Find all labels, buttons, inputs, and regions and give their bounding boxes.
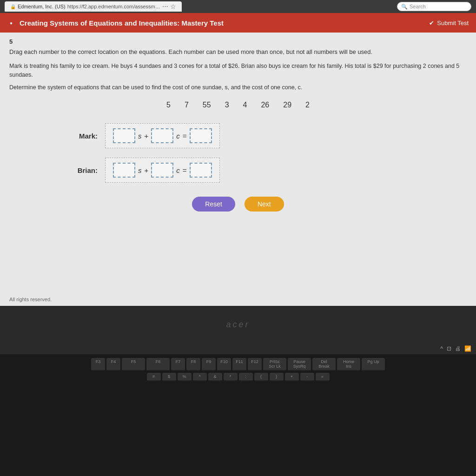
key-f7[interactable]: F7 xyxy=(171,358,185,371)
drag-number-5[interactable]: 5 xyxy=(166,101,171,109)
key-f8[interactable]: F8 xyxy=(186,358,200,371)
drag-number-4[interactable]: 4 xyxy=(243,101,247,109)
submit-check-icon: ✔ xyxy=(429,20,434,26)
symbol-key-row: # $ % ^ & * : ( ) + - = xyxy=(4,373,472,381)
key-pgup[interactable]: Pg Up xyxy=(362,358,385,371)
header-left: ● Creating Systems of Equations and Ineq… xyxy=(7,19,224,27)
taskbar-arrow-icon: ^ xyxy=(440,345,443,352)
mark-plus: + xyxy=(145,132,149,140)
browser-bar: 🔒 Edmentum, Inc. (US) https://f2.app.edm… xyxy=(0,0,476,13)
mark-drop-box-2[interactable] xyxy=(151,128,173,143)
key-asterisk[interactable]: * xyxy=(224,373,238,381)
taskbar-display-icon: ⊡ xyxy=(447,345,451,352)
key-f12[interactable]: F12 xyxy=(248,358,262,371)
app-header: ● Creating Systems of Equations and Ineq… xyxy=(0,13,476,33)
brian-equals: = xyxy=(183,166,187,174)
mark-equation-row: Mark: s + c = xyxy=(65,123,220,148)
submit-test-button[interactable]: ✔ Submit Test xyxy=(429,20,469,26)
mark-label: Mark: xyxy=(65,132,98,140)
brian-equation-row: Brian: s + c = xyxy=(65,158,220,183)
site-name: Edmentum, Inc. (US) xyxy=(18,4,66,9)
key-minus[interactable]: - xyxy=(300,373,314,381)
taskbar: ^ ⊡ 🖨 📶 xyxy=(0,343,476,354)
brian-equation-wrapper: s + c = xyxy=(105,158,220,183)
brian-plus: + xyxy=(145,166,149,174)
key-equals[interactable]: = xyxy=(316,373,330,381)
brian-drop-box-3[interactable] xyxy=(190,163,212,178)
reset-button[interactable]: Reset xyxy=(192,197,235,212)
key-prtsc[interactable]: PrtScScr Lk xyxy=(263,358,286,371)
key-dollar[interactable]: $ xyxy=(162,373,176,381)
keyboard-area: F3 F4 F5 F6 F7 F8 F9 F10 F11 F12 PrtScSc… xyxy=(0,354,476,424)
key-f11[interactable]: F11 xyxy=(232,358,246,371)
mark-c-var: c xyxy=(176,132,180,140)
question-number: 5 xyxy=(9,38,467,45)
key-plus[interactable]: + xyxy=(285,373,299,381)
key-f6[interactable]: F6 xyxy=(146,358,170,371)
search-label: Search xyxy=(410,4,426,9)
key-f4[interactable]: F4 xyxy=(106,358,120,371)
mark-equals: = xyxy=(183,132,187,140)
more-options-icon[interactable]: ··· xyxy=(162,2,168,11)
checkmark-icon: ● xyxy=(10,20,13,26)
search-icon: 🔍 xyxy=(401,4,408,10)
page-title: Creating Systems of Equations and Inequa… xyxy=(20,19,224,27)
key-f9[interactable]: F9 xyxy=(202,358,216,371)
key-percent[interactable]: % xyxy=(178,373,192,381)
key-hash[interactable]: # xyxy=(147,373,161,381)
app-icon: ● xyxy=(7,19,15,26)
key-f3[interactable]: F3 xyxy=(91,358,105,371)
submit-label: Submit Test xyxy=(437,20,469,26)
numbers-row: 5 7 55 3 4 26 29 2 xyxy=(9,101,467,109)
browser-search[interactable]: 🔍 Search xyxy=(397,2,471,11)
buttons-row: Reset Next xyxy=(9,197,467,212)
taskbar-network-icon: 📶 xyxy=(464,345,471,352)
brian-drop-box-2[interactable] xyxy=(151,163,173,178)
key-colon[interactable]: : xyxy=(239,373,253,381)
lock-icon: 🔒 xyxy=(10,4,16,9)
instructions-text: Drag each number to the correct location… xyxy=(9,48,467,56)
bookmark-icon[interactable]: ☆ xyxy=(170,3,176,10)
laptop-brand: acer xyxy=(226,320,250,330)
key-f5[interactable]: F5 xyxy=(122,358,145,371)
main-content: 5 Drag each number to the correct locati… xyxy=(0,33,476,293)
browser-tab[interactable]: 🔒 Edmentum, Inc. (US) https://f2.app.edm… xyxy=(5,1,182,12)
key-ampersand[interactable]: & xyxy=(208,373,222,381)
brian-c-var: c xyxy=(176,166,180,174)
drag-number-55[interactable]: 55 xyxy=(203,101,211,109)
key-del[interactable]: DelBreak xyxy=(312,358,336,371)
taskbar-print-icon: 🖨 xyxy=(455,345,461,352)
key-f10[interactable]: F10 xyxy=(217,358,231,371)
drag-number-26[interactable]: 26 xyxy=(261,101,269,109)
drag-number-29[interactable]: 29 xyxy=(283,101,291,109)
drag-number-3[interactable]: 3 xyxy=(225,101,229,109)
footer: All rights reserved. xyxy=(0,293,476,306)
mark-equation-wrapper: s + c = xyxy=(105,123,220,148)
brian-drop-box-1[interactable] xyxy=(113,163,135,178)
problem-text: Mark is treating his family to ice cream… xyxy=(9,62,467,79)
next-button[interactable]: Next xyxy=(245,197,284,212)
function-key-row: F3 F4 F5 F6 F7 F8 F9 F10 F11 F12 PrtScSc… xyxy=(4,358,472,371)
drag-number-2[interactable]: 2 xyxy=(305,101,310,109)
drag-number-7[interactable]: 7 xyxy=(185,101,189,109)
key-close-paren[interactable]: ) xyxy=(270,373,284,381)
mark-drop-box-1[interactable] xyxy=(113,128,135,143)
brian-s-var: s xyxy=(138,166,142,174)
equations-area: Mark: s + c = Brian: s + c = xyxy=(65,123,467,183)
url-display: https://f2.app.edmentum.com/assessments-… xyxy=(67,4,160,9)
key-open-paren[interactable]: ( xyxy=(254,373,268,381)
key-home[interactable]: HomeIns xyxy=(337,358,360,371)
laptop-body: acer xyxy=(0,306,476,343)
mark-drop-box-3[interactable] xyxy=(190,128,212,143)
key-pause[interactable]: PauseSysRq xyxy=(288,358,311,371)
determine-text: Determine the system of equations that c… xyxy=(9,83,467,92)
key-caret[interactable]: ^ xyxy=(193,373,207,381)
brian-label: Brian: xyxy=(65,166,98,174)
mark-s-var: s xyxy=(138,132,142,140)
